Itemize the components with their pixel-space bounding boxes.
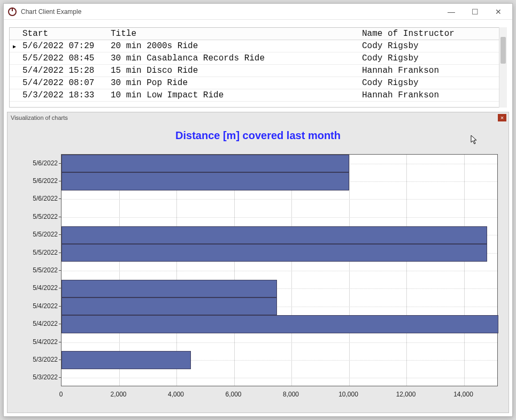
row-indicator	[10, 77, 19, 89]
table-row[interactable]: ▶5/6/2022 07:2920 min 2000s RideCody Rig…	[10, 40, 506, 52]
minimize-button[interactable]: —	[440, 4, 463, 19]
y-tick-label: 5/6/2022	[21, 177, 58, 185]
cell-instructor[interactable]: Cody Rigsby	[359, 52, 506, 65]
col-instructor[interactable]: Name of Instructor	[359, 28, 506, 40]
chart-title: Distance [m] covered last month	[7, 123, 509, 144]
cell-instructor[interactable]: Cody Rigsby	[359, 77, 506, 89]
window-title: Chart Client Example	[21, 8, 81, 16]
row-indicator: ▶	[10, 40, 19, 52]
chart-bar[interactable]	[61, 155, 349, 172]
x-tick-label: 4,000	[168, 391, 184, 398]
y-tick-label: 5/4/2022	[21, 320, 58, 327]
gridline	[349, 155, 350, 386]
chart-panel: Visualization of charts × Distance [m] c…	[7, 112, 509, 413]
gridline	[464, 155, 465, 386]
y-tick-label: 5/3/2022	[21, 356, 58, 363]
x-tick-label: 8,000	[283, 391, 299, 398]
cell-start[interactable]: 5/6/2022 07:29	[19, 40, 107, 52]
x-tick-label: 2,000	[110, 391, 126, 398]
cell-instructor[interactable]: Hannah Frankson	[359, 65, 506, 77]
cell-title[interactable]: 10 min Low Impact Ride	[107, 89, 359, 102]
row-indicator	[10, 89, 19, 102]
y-tick-label: 5/5/2022	[21, 231, 58, 238]
y-tick-label: 5/5/2022	[21, 213, 58, 220]
close-button[interactable]: ✕	[487, 4, 510, 19]
col-start[interactable]: Start	[19, 28, 107, 40]
cell-instructor[interactable]: Cody Rigsby	[359, 40, 506, 52]
x-tick-label: 0	[59, 391, 63, 398]
table-row[interactable]: 5/4/2022 15:2815 min Disco RideHannah Fr…	[10, 65, 506, 77]
x-tick-label: 6,000	[225, 391, 241, 398]
cell-start[interactable]: 5/3/2022 18:33	[19, 89, 107, 102]
row-indicator	[10, 52, 19, 65]
x-tick-label: 14,000	[453, 391, 473, 398]
chart-bar[interactable]	[61, 226, 487, 244]
chart-plot-area[interactable]	[61, 154, 498, 386]
app-icon	[8, 7, 17, 16]
y-tick-label: 5/3/2022	[21, 373, 58, 381]
cell-title[interactable]: 30 min Casablanca Records Ride	[107, 52, 359, 65]
grid-header-row: Start Title Name of Instructor	[10, 28, 506, 40]
x-tick-label: 12,000	[396, 391, 416, 398]
chart-body: Distance [m] covered last month 02,0004,…	[7, 123, 509, 413]
y-tick-label: 5/6/2022	[21, 195, 58, 202]
chart-bar[interactable]	[61, 315, 498, 333]
cell-title[interactable]: 30 min Pop Ride	[107, 77, 359, 89]
chart-bar[interactable]	[61, 297, 277, 315]
titlebar[interactable]: Chart Client Example — ☐ ✕	[4, 4, 512, 20]
chart-bar[interactable]	[61, 172, 349, 190]
y-tick-label: 5/4/2022	[21, 302, 58, 310]
gridline	[406, 155, 407, 386]
chart-panel-header[interactable]: Visualization of charts ×	[7, 112, 509, 123]
table-row[interactable]: 5/4/2022 08:0730 min Pop RideCody Rigsby	[10, 77, 506, 89]
table-row[interactable]: 5/3/2022 18:3310 min Low Impact RideHann…	[10, 89, 506, 102]
chart-panel-title: Visualization of charts	[11, 114, 68, 121]
cell-title[interactable]: 15 min Disco Ride	[107, 65, 359, 77]
grid-scrollbar[interactable]	[499, 27, 507, 108]
cell-start[interactable]: 5/4/2022 08:07	[19, 77, 107, 89]
scrollbar-thumb[interactable]	[500, 37, 506, 64]
app-window: Chart Client Example — ☐ ✕ Start Title N…	[3, 3, 513, 417]
chart-bar[interactable]	[61, 244, 487, 262]
y-tick-label: 5/4/2022	[21, 284, 58, 292]
cell-instructor[interactable]: Hannah Frankson	[359, 89, 506, 102]
cell-start[interactable]: 5/4/2022 15:28	[19, 65, 107, 77]
y-tick-label: 5/5/2022	[21, 266, 58, 274]
cell-start[interactable]: 5/5/2022 08:45	[19, 52, 107, 65]
maximize-button[interactable]: ☐	[463, 4, 487, 19]
chart-panel-close-button[interactable]: ×	[498, 114, 506, 121]
table-row[interactable]: 5/5/2022 08:4530 min Casablanca Records …	[10, 52, 506, 65]
y-tick-label: 5/4/2022	[21, 338, 58, 346]
row-indicator	[10, 65, 19, 77]
col-title[interactable]: Title	[107, 28, 359, 40]
y-tick-label: 5/6/2022	[21, 159, 58, 167]
chart-bar[interactable]	[61, 351, 191, 369]
cell-title[interactable]: 20 min 2000s Ride	[107, 40, 359, 52]
data-grid[interactable]: Start Title Name of Instructor ▶5/6/2022…	[9, 27, 507, 108]
y-tick-label: 5/5/2022	[21, 249, 58, 256]
chart-bar[interactable]	[61, 280, 277, 297]
x-tick-label: 10,000	[338, 391, 358, 398]
